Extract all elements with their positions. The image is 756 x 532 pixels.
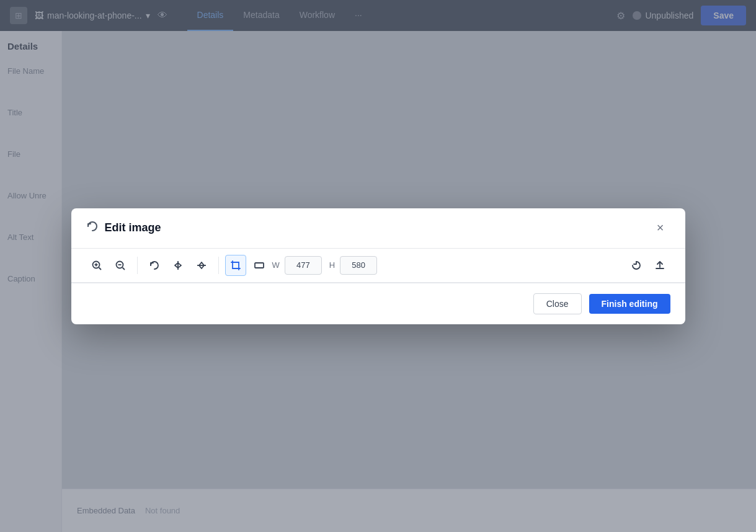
reset-button[interactable] (626, 255, 647, 276)
height-input[interactable] (340, 256, 377, 275)
svg-rect-9 (255, 263, 264, 268)
height-label: H (329, 260, 335, 270)
modal-close-button[interactable]: × (651, 218, 670, 238)
image-toolbar: W H (71, 249, 685, 283)
toolbar-sep-2 (218, 257, 219, 274)
width-input[interactable] (285, 256, 322, 275)
edit-image-modal: Edit image × (71, 208, 685, 324)
finish-editing-button[interactable]: Finish editing (589, 294, 670, 314)
modal-header: Edit image × (71, 208, 685, 249)
modal-title: Edit image (86, 220, 161, 236)
rotate-left-button[interactable] (144, 255, 165, 276)
aspect-ratio-button[interactable] (249, 255, 270, 276)
edit-image-icon (86, 220, 99, 236)
svg-line-5 (122, 267, 125, 270)
zoom-out-button[interactable] (110, 255, 131, 276)
close-button[interactable]: Close (533, 293, 582, 314)
upload-button[interactable] (649, 255, 670, 276)
modal-footer: Close Finish editing (71, 283, 685, 324)
svg-line-1 (99, 267, 101, 270)
crop-button[interactable] (225, 255, 246, 276)
width-label: W (272, 260, 280, 270)
flip-horizontal-button[interactable] (167, 255, 189, 276)
modal-overlay: Edit image × (0, 0, 756, 532)
toolbar-sep-1 (137, 257, 138, 274)
flip-vertical-button[interactable] (191, 255, 212, 276)
zoom-in-button[interactable] (86, 255, 107, 276)
